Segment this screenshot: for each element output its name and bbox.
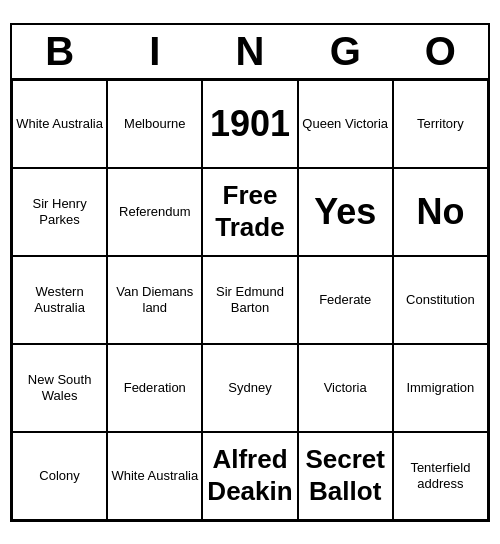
bingo-header-letter: I: [107, 25, 202, 78]
bingo-cell-11: Van Diemans land: [107, 256, 202, 344]
bingo-cell-22: Alfred Deakin: [202, 432, 297, 520]
bingo-header: BINGO: [12, 25, 488, 80]
bingo-cell-20: Colony: [12, 432, 107, 520]
bingo-cell-15: New South Wales: [12, 344, 107, 432]
bingo-cell-19: Immigration: [393, 344, 488, 432]
bingo-cell-8: Yes: [298, 168, 393, 256]
bingo-cell-5: Sir Henry Parkes: [12, 168, 107, 256]
bingo-cell-13: Federate: [298, 256, 393, 344]
bingo-card: BINGO White AustraliaMelbourne1901Queen …: [10, 23, 490, 522]
bingo-header-letter: O: [393, 25, 488, 78]
bingo-header-letter: G: [298, 25, 393, 78]
bingo-cell-21: White Australia: [107, 432, 202, 520]
bingo-cell-16: Federation: [107, 344, 202, 432]
bingo-grid: White AustraliaMelbourne1901Queen Victor…: [12, 80, 488, 520]
bingo-cell-4: Territory: [393, 80, 488, 168]
bingo-cell-12: Sir Edmund Barton: [202, 256, 297, 344]
bingo-cell-7: Free Trade: [202, 168, 297, 256]
bingo-cell-18: Victoria: [298, 344, 393, 432]
bingo-cell-17: Sydney: [202, 344, 297, 432]
bingo-cell-0: White Australia: [12, 80, 107, 168]
bingo-header-letter: N: [202, 25, 297, 78]
bingo-cell-24: Tenterfield address: [393, 432, 488, 520]
bingo-cell-23: Secret Ballot: [298, 432, 393, 520]
bingo-cell-14: Constitution: [393, 256, 488, 344]
bingo-cell-2: 1901: [202, 80, 297, 168]
bingo-cell-1: Melbourne: [107, 80, 202, 168]
bingo-cell-3: Queen Victoria: [298, 80, 393, 168]
bingo-cell-9: No: [393, 168, 488, 256]
bingo-cell-6: Referendum: [107, 168, 202, 256]
bingo-cell-10: Western Australia: [12, 256, 107, 344]
bingo-header-letter: B: [12, 25, 107, 78]
